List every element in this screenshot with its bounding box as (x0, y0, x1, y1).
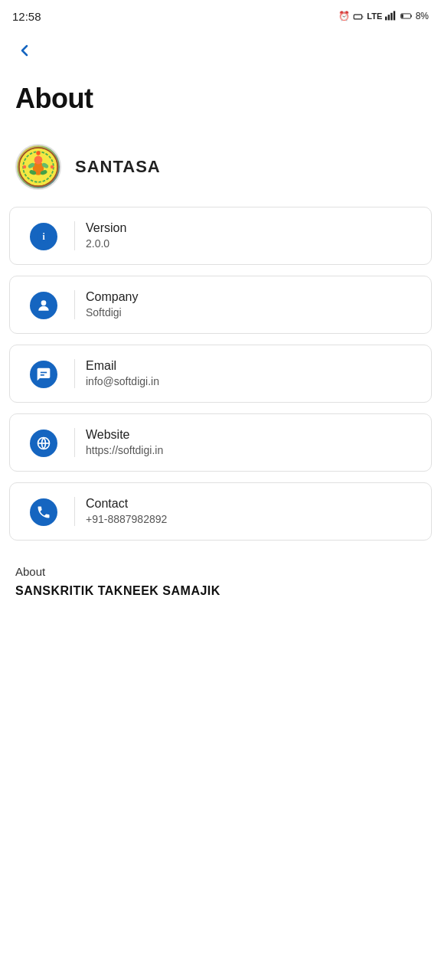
card-label-company: Company (86, 290, 417, 304)
app-logo (15, 144, 61, 190)
card-label-website: Website (86, 428, 417, 442)
battery-text: 8% (400, 11, 429, 22)
svg-rect-4 (391, 12, 393, 20)
card-label-version: Version (86, 221, 417, 235)
svg-point-17 (36, 151, 40, 155)
card-email: Email info@softdigi.in (9, 345, 432, 403)
card-version: i Version 2.0.0 (9, 207, 432, 265)
card-divider (74, 428, 75, 457)
card-content-email: Email info@softdigi.in (86, 359, 417, 387)
card-label-contact: Contact (86, 497, 417, 511)
card-content-website: Website https://softdigi.in (86, 428, 417, 456)
card-content-company: Company Softdigi (86, 290, 417, 318)
card-company: Company Softdigi (9, 276, 432, 334)
status-bar: 12:58 ⏰ LTE 8% (0, 0, 441, 31)
card-content-version: Version 2.0.0 (86, 221, 417, 250)
svg-rect-0 (354, 15, 363, 19)
svg-rect-5 (394, 11, 395, 20)
app-logo-row: SANTASA (0, 136, 441, 207)
card-contact: Contact +91-8887982892 (9, 482, 432, 541)
info-cards-container: i Version 2.0.0 Company Softdigi (0, 207, 441, 541)
svg-point-12 (34, 156, 43, 165)
battery-indicator (353, 10, 364, 22)
back-row (0, 31, 441, 69)
person-icon (24, 290, 64, 319)
footer-about-label: About (15, 565, 426, 578)
alarm-icon: ⏰ (338, 11, 350, 21)
card-value-email: info@softdigi.in (86, 375, 417, 387)
svg-rect-2 (385, 16, 387, 20)
svg-point-18 (23, 165, 27, 169)
card-content-contact: Contact +91-8887982892 (86, 497, 417, 525)
card-value-contact: +91-8887982892 (86, 513, 417, 525)
signal-icon (385, 10, 397, 23)
svg-rect-8 (402, 15, 403, 18)
phone-icon (24, 497, 64, 526)
card-value-website: https://softdigi.in (86, 444, 417, 456)
card-divider (74, 497, 75, 526)
card-value-company: Softdigi (86, 306, 417, 318)
globe-icon (24, 428, 64, 457)
app-name: SANTASA (75, 157, 161, 177)
status-time: 12:58 (12, 10, 41, 23)
footer-about-value: SANSKRITIK TAKNEEK SAMAJIK (15, 584, 426, 598)
card-website: Website https://softdigi.in (9, 413, 432, 472)
card-divider (74, 290, 75, 319)
footer-section: About SANSKRITIK TAKNEEK SAMAJIK (0, 551, 441, 606)
svg-point-19 (51, 165, 54, 169)
card-label-email: Email (86, 359, 417, 373)
card-divider (74, 221, 75, 250)
status-icons: ⏰ LTE 8% (338, 10, 429, 23)
svg-point-23 (41, 300, 47, 305)
lte-icon: LTE (367, 11, 382, 21)
page-title: About (0, 69, 441, 136)
message-icon (24, 359, 64, 388)
back-button[interactable] (12, 38, 37, 66)
card-divider (74, 359, 75, 388)
card-value-version: 2.0.0 (86, 237, 417, 250)
svg-rect-3 (388, 15, 390, 20)
info-icon: i (24, 221, 64, 250)
